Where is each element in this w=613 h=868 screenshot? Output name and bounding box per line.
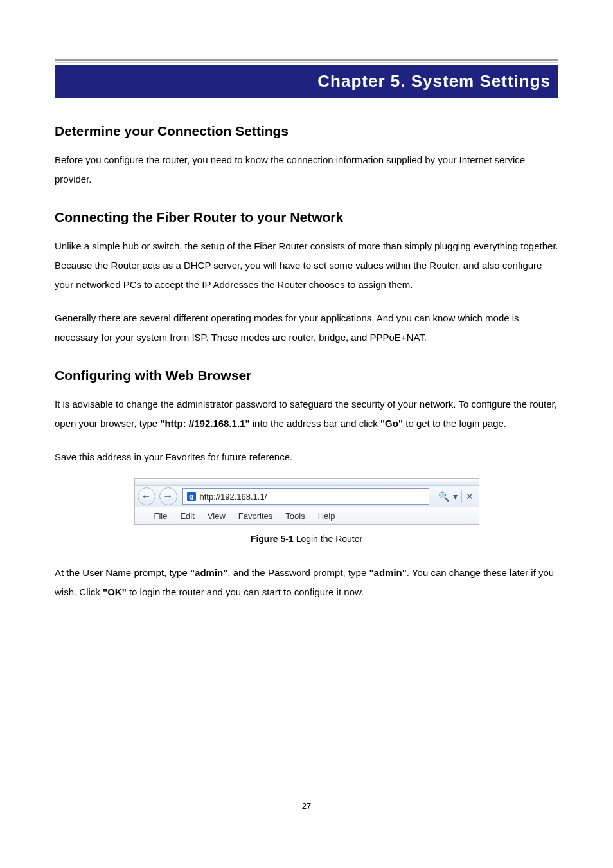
browser-address-row: ← → g http://192.168.1.1/ 🔍 ▾ ✕	[135, 486, 479, 507]
address-url: http://192.168.1.1/	[200, 492, 267, 502]
address-bar[interactable]: g http://192.168.1.1/	[182, 488, 429, 505]
section-heading-connecting: Connecting the Fiber Router to your Netw…	[55, 210, 558, 225]
bold-text: "admin"	[369, 567, 406, 578]
chapter-banner: Chapter 5. System Settings	[55, 65, 558, 98]
paragraph: At the User Name prompt, type "admin", a…	[55, 563, 558, 602]
drag-handle-icon[interactable]	[140, 511, 144, 521]
text: to get to the login page.	[403, 418, 506, 429]
toolbar-right: 🔍 ▾ ✕	[433, 490, 479, 503]
search-icon[interactable]: 🔍	[438, 491, 449, 502]
paragraph: Before you configure the router, you nee…	[55, 150, 558, 189]
bold-text: "OK"	[103, 586, 127, 597]
text: to login the router and you can start to…	[127, 586, 364, 597]
back-button[interactable]: ←	[138, 487, 155, 505]
menu-edit[interactable]: Edit	[173, 511, 200, 521]
bold-text: "Go"	[380, 418, 403, 429]
paragraph: It is advisable to change the administra…	[55, 395, 558, 433]
chapter-title: Chapter 5. System Settings	[317, 71, 551, 91]
header-rule	[55, 59, 558, 63]
menu-view[interactable]: View	[201, 511, 232, 521]
text: , and the Password prompt, type	[227, 567, 369, 578]
section-heading-configuring: Configuring with Web Browser	[55, 368, 558, 383]
figure-caption: Figure 5-1 Login the Router	[55, 534, 558, 544]
paragraph: Unlike a simple hub or switch, the setup…	[55, 237, 558, 294]
menu-favorites[interactable]: Favorites	[232, 511, 279, 521]
site-badge-icon: g	[187, 492, 196, 501]
paragraph: Generally there are several different op…	[55, 309, 558, 347]
arrow-right-icon: →	[163, 491, 173, 502]
close-icon[interactable]: ✕	[466, 491, 474, 502]
browser-menu-bar: File Edit View Favorites Tools Help	[135, 507, 479, 524]
section-heading-determine: Determine your Connection Settings	[55, 123, 558, 139]
separator	[461, 490, 462, 503]
content-area: Determine your Connection Settings Befor…	[55, 123, 558, 811]
page-number: 27	[55, 801, 558, 811]
text: At the User Name prompt, type	[55, 567, 190, 578]
figure-number: Figure 5-1	[251, 534, 294, 544]
browser-screenshot: ← → g http://192.168.1.1/ 🔍 ▾ ✕ Fi	[134, 478, 479, 525]
paragraph: Save this address in your Favorites for …	[55, 448, 558, 467]
dropdown-icon[interactable]: ▾	[453, 491, 458, 502]
menu-help[interactable]: Help	[312, 511, 342, 521]
bold-text: "http: //192.168.1.1"	[160, 418, 249, 429]
text: into the address bar and click	[250, 418, 380, 429]
arrow-left-icon: ←	[141, 491, 152, 502]
browser-tab-strip	[135, 479, 479, 486]
forward-button[interactable]: →	[159, 487, 177, 505]
bold-text: "admin"	[190, 567, 227, 578]
document-page: { "chapter_title": "Chapter 5. System Se…	[0, 59, 613, 811]
figure-title: Login the Router	[294, 534, 362, 544]
menu-file[interactable]: File	[148, 511, 174, 521]
menu-tools[interactable]: Tools	[279, 511, 311, 521]
